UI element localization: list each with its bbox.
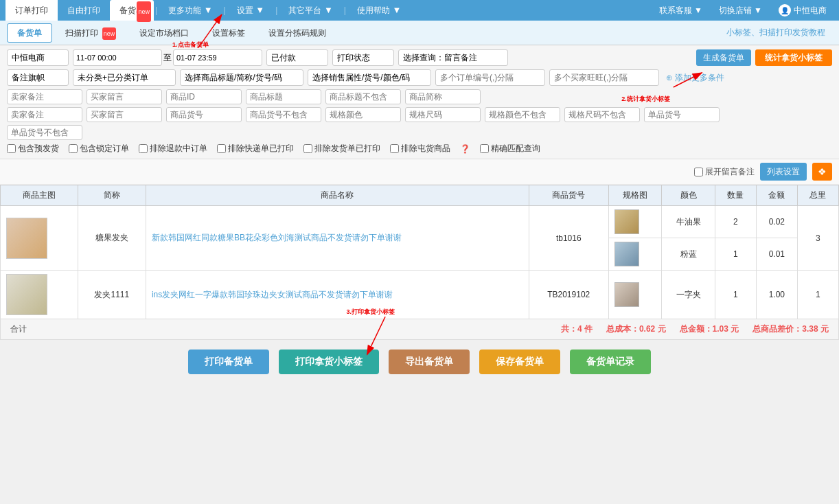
- single-product-no-input[interactable]: [644, 107, 720, 122]
- product-id-input[interactable]: [166, 89, 242, 104]
- short-name-cell-1: 糖果发夹: [78, 206, 146, 271]
- seller-beizhu-input[interactable]: [7, 107, 82, 122]
- sale-attr-select[interactable]: 选择销售属性/货号/颜色/码: [308, 69, 431, 86]
- user-account[interactable]: 👤 中恒电商: [772, 4, 834, 16]
- total-cell-2: 1: [797, 271, 838, 319]
- th-product-image: 商品主图: [1, 185, 78, 206]
- nav-free-print[interactable]: 自由打印: [58, 0, 110, 21]
- product-title-input[interactable]: [246, 89, 321, 104]
- price-cell-2a: 1.00: [756, 271, 797, 319]
- list-setting-button[interactable]: 列表设置: [760, 163, 807, 181]
- product-link-2[interactable]: ins发夹网红一字爆款韩国珍珠边夹女测试商品不发货请勿下单谢谢: [152, 290, 393, 299]
- nav-stock-list[interactable]: 备货单 new: [110, 0, 154, 21]
- print-status-select[interactable]: 打印状态: [332, 49, 394, 66]
- filter-row-1: 中恒电商 至 已付款 打印状态 选择查询：留言备注 生成备货单 统计拿货小标签: [7, 49, 832, 66]
- product-table: 商品主图 简称 商品名称 商品货号 规格图 颜色 数量 金额 总里: [0, 185, 839, 319]
- single-product-no-not-include-input[interactable]: [7, 125, 82, 140]
- checkbox-pre-ship[interactable]: 包含预发货: [7, 143, 59, 154]
- qty-cell-1a: 2: [715, 206, 756, 238]
- product-image-cell-1: [1, 206, 78, 271]
- product-link-1[interactable]: 新款韩国网红同款糖果BB花朵彩色刘海测试商品不发货请勿下单谢谢: [152, 233, 402, 242]
- tab-set-label[interactable]: 设置标签: [202, 23, 255, 43]
- expand-note-checkbox[interactable]: 展开留言备注: [694, 166, 755, 178]
- print-small-label-btn[interactable]: 打印拿货小标签: [279, 350, 379, 374]
- spec-img-cell-2a: [608, 271, 662, 319]
- pay-status-select[interactable]: 已付款: [266, 49, 328, 66]
- seller-note-input[interactable]: [7, 89, 82, 104]
- user-icon: 👤: [779, 4, 791, 16]
- buyer-note-input[interactable]: [87, 89, 162, 104]
- shop-select[interactable]: 中恒电商: [7, 49, 69, 66]
- th-total: 总里: [797, 185, 838, 206]
- nav-sep2: |: [222, 0, 227, 21]
- spec-size-input[interactable]: [405, 107, 481, 122]
- checkbox-exclude-express-printed[interactable]: 排除快递单已打印: [217, 143, 294, 154]
- price-1b: 0.01: [769, 249, 785, 259]
- th-qty: 数量: [715, 185, 756, 206]
- export-stock-list-btn[interactable]: 导出备货单: [389, 350, 470, 374]
- product-name-cell-2: ins发夹网红一字爆款韩国珍珠边夹女测试商品不发货请勿下单谢谢: [146, 271, 529, 319]
- stock-list-records-btn[interactable]: 备货单记录: [570, 350, 651, 374]
- table-header-row: 商品主图 简称 商品名称 商品货号 规格图 颜色 数量 金额 总里: [1, 185, 839, 206]
- tutorial-link[interactable]: 小标签、扫描打印发货教程: [720, 24, 832, 41]
- multi-buyer-input[interactable]: [549, 69, 659, 86]
- nav-sep4: |: [343, 0, 347, 21]
- nav-order-print[interactable]: 订单打印: [5, 0, 58, 21]
- query-select[interactable]: 选择查询：留言备注: [398, 49, 508, 66]
- price-cell-1a: 0.02: [756, 206, 797, 238]
- short-name-1: 糖果发夹: [95, 233, 128, 242]
- spec-color-not-include-input[interactable]: [485, 107, 560, 122]
- toolbar-row: 展开留言备注 列表设置 ❖: [0, 159, 839, 185]
- product-no-input[interactable]: [166, 107, 242, 122]
- list-icon-button[interactable]: ❖: [812, 163, 832, 181]
- spec-img-1b-bg: [615, 242, 639, 266]
- order-type-select[interactable]: 未分类+已分类订单: [73, 69, 176, 86]
- time-from-input[interactable]: [73, 49, 162, 66]
- spec-img-cell-1a: [608, 206, 662, 238]
- nav-sep1: |: [154, 0, 159, 21]
- checkbox-locked-order[interactable]: 包含锁定订单: [69, 143, 129, 154]
- tab-stock-list[interactable]: 备货单: [7, 23, 52, 43]
- multi-order-input[interactable]: [435, 69, 545, 86]
- th-product-no: 商品货号: [529, 185, 608, 206]
- product-no-2: TB2019102: [547, 290, 590, 299]
- checkbox-exclude-refund[interactable]: 排除退款中订单: [139, 143, 207, 154]
- stats-small-label-btn[interactable]: 统计拿货小标签: [755, 49, 832, 66]
- summary-label: 合计: [10, 323, 27, 335]
- tab-scan-print[interactable]: 扫描打印 new: [55, 23, 126, 43]
- checkbox-row: 包含预发货 包含锁定订单 排除退款中订单 排除快递单已打印 排除发货单已打印 排…: [7, 143, 832, 154]
- checkbox-exclude-ship-printed[interactable]: 排除发货单已打印: [303, 143, 380, 154]
- time-to-input[interactable]: [173, 49, 262, 66]
- nav-help[interactable]: 使用帮助 ▼: [347, 0, 411, 21]
- short-name-input[interactable]: [405, 89, 481, 104]
- product-select[interactable]: 选择商品标题/简称/货号/码: [180, 69, 303, 86]
- color-1a: 牛油果: [676, 217, 701, 227]
- qty-1b: 1: [733, 249, 738, 259]
- product-no-cell-2: TB2019102: [529, 271, 608, 319]
- contact-service[interactable]: 联系客服 ▼: [652, 5, 709, 16]
- save-stock-list-btn[interactable]: 保存备货单: [479, 350, 560, 374]
- switch-shop[interactable]: 切换店铺 ▼: [712, 5, 769, 16]
- nav-other-platform[interactable]: 其它平台 ▼: [279, 0, 342, 21]
- spec-img-2a-bg: [615, 283, 639, 306]
- print-stock-list-btn[interactable]: 打印备货单: [188, 350, 269, 374]
- color-2a: 一字夹: [676, 290, 701, 299]
- tab-market-stall[interactable]: 设定市场档口: [129, 23, 199, 43]
- checkbox-exclude-stock-goods[interactable]: 排除屯货商品: [390, 143, 450, 154]
- product-no-cell-1: tb1016: [529, 206, 608, 271]
- title-not-include-input[interactable]: [325, 89, 401, 104]
- note-flag-select[interactable]: 备注旗帜: [7, 69, 69, 86]
- buyer-liuyan-input[interactable]: [87, 107, 162, 122]
- spec-color-input[interactable]: [325, 107, 401, 122]
- th-spec-image: 规格图: [608, 185, 662, 206]
- spec-size-not-include-input[interactable]: [564, 107, 640, 122]
- tab-sort-rule[interactable]: 设置分拣码规则: [258, 23, 336, 43]
- product-no-1: tb1016: [556, 233, 582, 243]
- add-condition-link[interactable]: ⊕ 添加更多条件: [666, 72, 724, 84]
- nav-more-func[interactable]: 更多功能 ▼: [159, 0, 222, 21]
- generate-stock-btn[interactable]: 生成备货单: [696, 49, 751, 66]
- nav-settings[interactable]: 设置 ▼: [227, 0, 274, 21]
- product-no-not-include-input[interactable]: [246, 107, 321, 122]
- product-img-1: [6, 218, 47, 259]
- checkbox-exact-match[interactable]: 精确匹配查询: [480, 143, 540, 154]
